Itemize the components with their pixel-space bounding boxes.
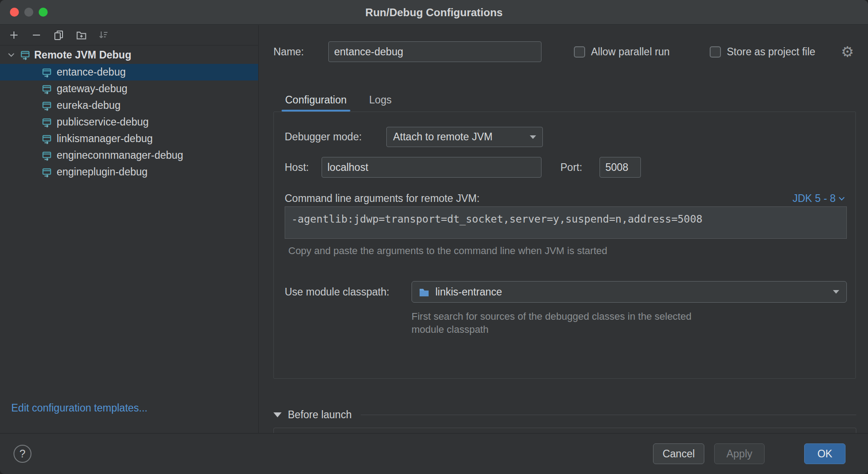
tree-item-label: gateway-debug [57,83,127,95]
tree-item-label: linkismanager-debug [57,133,153,145]
cmdline-arguments-text: -agentlib:jdwp=transport=dt_socket,serve… [291,213,840,225]
module-classpath-label: Use module classpath: [285,281,389,303]
remote-debug-icon [20,49,31,60]
window-title: Run/Debug Configurations [0,0,868,25]
sort-icon [98,29,110,41]
tree-item-eureka-debug[interactable]: eureka-debug [0,97,258,114]
cmdline-arguments-label: Command line arguments for remote JVM: [285,191,479,206]
window-titlebar: Run/Debug Configurations [0,0,868,25]
footer-buttons: Cancel Apply OK [653,443,846,464]
copy-icon [53,29,65,41]
tree-item-entance-debug[interactable]: entance-debug [0,64,258,80]
name-field[interactable] [328,41,541,62]
remote-debug-icon [41,117,52,128]
store-as-project-file-checkbox[interactable]: Store as project file [710,41,815,62]
tab-logs[interactable]: Logs [366,88,395,112]
port-label: Port: [560,157,582,178]
ok-button[interactable]: OK [804,443,846,464]
checkbox-icon [710,46,721,58]
add-icon [8,29,20,41]
before-launch-label: Before launch [288,409,352,421]
sidebar: Remote JVM Debug entance-debug gateway-d… [0,25,259,433]
gear-icon[interactable]: ⚙ [841,44,854,60]
chevron-down-icon[interactable] [6,50,16,60]
cancel-button[interactable]: Cancel [653,443,704,464]
tree-item-gateway-debug[interactable]: gateway-debug [0,80,258,97]
tree-group-remote-jvm-debug[interactable]: Remote JVM Debug [0,46,258,64]
edit-templates-link[interactable]: Edit configuration templates... [11,402,148,414]
editor-tabs: Configuration Logs [282,88,395,112]
module-classpath-hint: First search for sources of the debugged… [412,310,691,336]
remove-configuration-button[interactable] [31,29,42,41]
tab-configuration[interactable]: Configuration [282,88,350,112]
remote-debug-icon [41,67,52,78]
new-folder-icon [76,29,87,41]
remote-debug-icon [41,100,52,111]
help-button[interactable]: ? [13,445,31,463]
tab-logs-label: Logs [369,94,392,106]
name-label: Name: [273,41,304,62]
remove-icon [31,29,42,41]
host-field[interactable] [322,157,541,178]
store-as-project-file-label: Store as project file [727,46,815,58]
add-configuration-button[interactable] [8,29,20,41]
minimize-button[interactable] [24,8,33,17]
before-launch-divider [361,415,856,415]
port-field[interactable] [600,157,641,178]
chevron-down-icon [839,195,845,201]
tree-item-engineconnmanager-debug[interactable]: engineconnmanager-debug [0,147,258,164]
jdk-version-label: JDK 5 - 8 [792,192,836,205]
host-label: Host: [285,157,309,178]
apply-button[interactable]: Apply [714,443,765,464]
collapse-triangle-icon [273,412,282,417]
dropdown-arrow-icon [530,135,536,139]
tree-item-publicservice-debug[interactable]: publicservice-debug [0,114,258,130]
copy-configuration-button[interactable] [53,29,65,41]
sort-configurations-button[interactable] [98,29,110,41]
debugger-mode-select[interactable]: Attach to remote JVM [386,127,543,147]
tree-item-label: entance-debug [57,66,125,78]
debugger-mode-value: Attach to remote JVM [393,131,492,143]
allow-parallel-run-label: Allow parallel run [591,46,670,58]
tab-configuration-label: Configuration [285,94,347,106]
tree-item-engineplugin-debug[interactable]: engineplugin-debug [0,164,258,180]
main-panel: Name: Allow parallel run Store as projec… [259,25,868,433]
close-button[interactable] [10,8,19,17]
jdk-version-selector[interactable]: JDK 5 - 8 [792,191,844,206]
dialog-footer: ? Cancel Apply OK [0,433,868,474]
tree-item-linkismanager-debug[interactable]: linkismanager-debug [0,130,258,147]
sidebar-toolbar [0,25,258,45]
tree-item-label: engineconnmanager-debug [57,149,183,161]
tree-group-label: Remote JVM Debug [34,49,131,61]
run-debug-configurations-dialog: Run/Debug Configurations [0,0,868,474]
module-classpath-value: linkis-entrance [435,286,502,298]
module-classpath-hint-line: First search for sources of the debugged… [412,310,691,323]
module-classpath-select[interactable]: linkis-entrance [412,281,847,303]
cmdline-hint: Copy and paste the arguments to the comm… [288,245,607,257]
cmdline-arguments-box[interactable]: -agentlib:jdwp=transport=dt_socket,serve… [285,206,847,239]
folder-icon [418,286,430,298]
remote-debug-icon [41,167,52,178]
zoom-button[interactable] [39,8,48,17]
debugger-mode-label: Debugger mode: [285,127,362,147]
checkbox-icon [574,46,585,58]
tree-item-label: eureka-debug [57,99,121,112]
tree-item-label: publicservice-debug [57,116,149,128]
tree-item-label: engineplugin-debug [57,166,148,178]
dropdown-arrow-icon [833,290,839,294]
configurations-tree: Remote JVM Debug entance-debug gateway-d… [0,46,258,180]
allow-parallel-run-checkbox[interactable]: Allow parallel run [574,41,670,62]
configuration-panel: Debugger mode: Attach to remote JVM Host… [273,112,856,379]
remote-debug-icon [41,84,52,94]
new-folder-button[interactable] [76,29,87,41]
remote-debug-icon [41,134,52,144]
module-classpath-hint-line: module classpath [412,323,691,336]
remote-debug-icon [41,150,52,161]
before-launch-toggle[interactable]: Before launch [273,406,856,424]
